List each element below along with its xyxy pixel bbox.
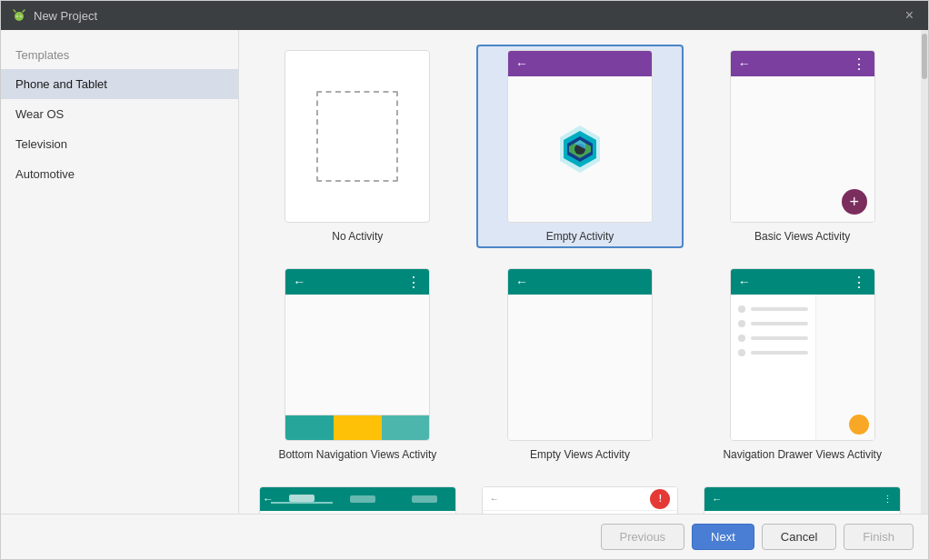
back-arrow-icon: ←	[515, 56, 528, 71]
title-bar: New Project ×	[1, 1, 928, 30]
nav-drawer-preview: ← ⋮	[730, 268, 875, 441]
sidebar-item-automotive[interactable]: Automotive	[1, 159, 238, 189]
svg-point-3	[16, 15, 18, 17]
template-card-no-activity[interactable]: No Activity	[254, 45, 462, 248]
empty-activity-topbar: ←	[508, 51, 652, 76]
scrollbar-track[interactable]	[921, 30, 928, 514]
tab-rect-3	[412, 495, 437, 503]
sidebar: Templates Phone and Tablet Wear OS Telev…	[1, 30, 239, 514]
tabs-preview: ←	[260, 487, 455, 514]
tabs-bar: ←	[260, 487, 455, 511]
dialog-title: New Project	[34, 9, 97, 23]
drawer-line-4	[751, 351, 809, 355]
phone-frame-bottom-nav: ← ⋮	[285, 269, 429, 440]
tab-item-3	[394, 495, 455, 503]
templates-grid: No Activity ←	[254, 45, 906, 514]
template-card-empty-activity[interactable]: ←	[476, 45, 684, 248]
footer: Previous Next Cancel Finish	[1, 514, 928, 559]
template-card-bottom-nav[interactable]: ← ⋮ Bottom Nav	[254, 263, 462, 466]
back-arrow-icon-ev: ←	[515, 275, 528, 289]
template-card-partial1[interactable]: ←	[254, 481, 462, 514]
fab-gold	[849, 415, 869, 435]
menu-dots-nd: ⋮	[852, 274, 867, 291]
scrollbar-thumb	[922, 34, 927, 79]
sidebar-item-television[interactable]: Television	[1, 129, 238, 159]
previous-button[interactable]: Previous	[601, 524, 685, 550]
partial3-preview: ← ⋮	[704, 486, 901, 514]
drawer-circle-4	[738, 349, 745, 356]
main-content: Templates Phone and Tablet Wear OS Telev…	[1, 30, 928, 514]
android-studio-logo	[553, 122, 607, 176]
new-project-dialog: New Project × Templates Phone and Tablet…	[0, 0, 929, 560]
next-button[interactable]: Next	[692, 524, 754, 550]
svg-line-1	[14, 10, 15, 12]
template-card-partial3[interactable]: ← ⋮	[698, 481, 906, 514]
drawer-line-1	[751, 307, 809, 311]
tab-rect-2	[350, 495, 375, 503]
back-arrow-icon-bnav: ←	[293, 275, 305, 289]
template-card-nav-drawer[interactable]: ← ⋮	[698, 263, 906, 466]
nav-drawer-topbar: ← ⋮	[731, 269, 874, 295]
drawer-line-3	[751, 336, 809, 340]
empty-views-topbar: ←	[508, 269, 652, 295]
drawer-item-4	[736, 345, 811, 360]
bottom-nav-topbar: ← ⋮	[285, 269, 429, 295]
bottom-nav-label: Bottom Navigation Views Activity	[278, 448, 436, 461]
bottom-nav-bar	[285, 415, 429, 440]
title-bar-left: New Project	[12, 8, 97, 23]
basic-views-topbar: ← ⋮	[731, 51, 874, 76]
sidebar-header: Templates	[1, 37, 238, 69]
partial3-topbar: ← ⋮	[704, 487, 900, 511]
tab-item-2	[333, 495, 395, 503]
red-dot: !	[650, 489, 670, 509]
drawer-item-3	[736, 331, 811, 345]
no-activity-label: No Activity	[332, 230, 383, 243]
basic-views-preview: ← ⋮ +	[730, 50, 875, 223]
cancel-button[interactable]: Cancel	[762, 524, 836, 550]
partial2-topbar: ← !	[483, 487, 678, 511]
no-activity-preview	[285, 50, 430, 223]
phone-frame-empty: ←	[508, 51, 652, 222]
basic-views-label: Basic Views Activity	[754, 230, 850, 243]
bnav-item-1	[285, 415, 334, 440]
bnav-item-2	[334, 415, 382, 440]
svg-point-0	[15, 12, 24, 21]
drawer-line-2	[751, 322, 809, 325]
empty-activity-body	[508, 76, 652, 222]
template-card-partial2[interactable]: ← !	[476, 481, 684, 514]
drawer-right	[816, 295, 874, 440]
fab-button: +	[842, 189, 867, 215]
bnav-item-3	[382, 415, 430, 440]
nav-drawer-label: Navigation Drawer Views Activity	[723, 448, 882, 461]
empty-activity-preview: ←	[507, 50, 653, 223]
partial1-preview: ←	[259, 486, 456, 514]
menu-dots-bnav: ⋮	[406, 274, 422, 291]
sidebar-item-wear-os[interactable]: Wear OS	[1, 99, 238, 129]
empty-views-body	[508, 295, 652, 440]
bottom-nav-body	[285, 295, 429, 440]
nav-drawer-body	[731, 295, 874, 440]
tab-item-1	[271, 495, 333, 504]
template-card-empty-views[interactable]: ← Empty Views Activity	[476, 263, 684, 466]
content-area: No Activity ←	[239, 30, 921, 514]
sidebar-item-phone-tablet[interactable]: Phone and Tablet	[1, 69, 238, 99]
empty-views-label: Empty Views Activity	[530, 448, 630, 461]
phone-frame-nav-drawer: ← ⋮	[731, 269, 874, 440]
tab-rect-1	[289, 495, 315, 502]
drawer-item-2	[736, 316, 811, 331]
phone-frame-basic: ← ⋮ +	[731, 51, 874, 222]
close-button[interactable]: ×	[902, 6, 917, 25]
template-card-basic-views[interactable]: ← ⋮ + Basic Views Activity	[698, 45, 906, 248]
drawer-circle-2	[738, 320, 745, 327]
bottom-nav-preview: ← ⋮	[285, 268, 430, 441]
drawer-item-1	[736, 302, 811, 316]
empty-views-preview: ←	[507, 268, 653, 441]
android-icon	[12, 8, 26, 23]
svg-line-2	[23, 10, 25, 12]
empty-activity-label: Empty Activity	[546, 230, 614, 243]
dashed-rect	[316, 91, 398, 182]
partial2-preview: ← !	[482, 486, 679, 514]
back-arrow-icon-basic: ←	[738, 56, 751, 71]
phone-frame-empty-views: ←	[508, 269, 652, 440]
finish-button[interactable]: Finish	[844, 524, 914, 550]
